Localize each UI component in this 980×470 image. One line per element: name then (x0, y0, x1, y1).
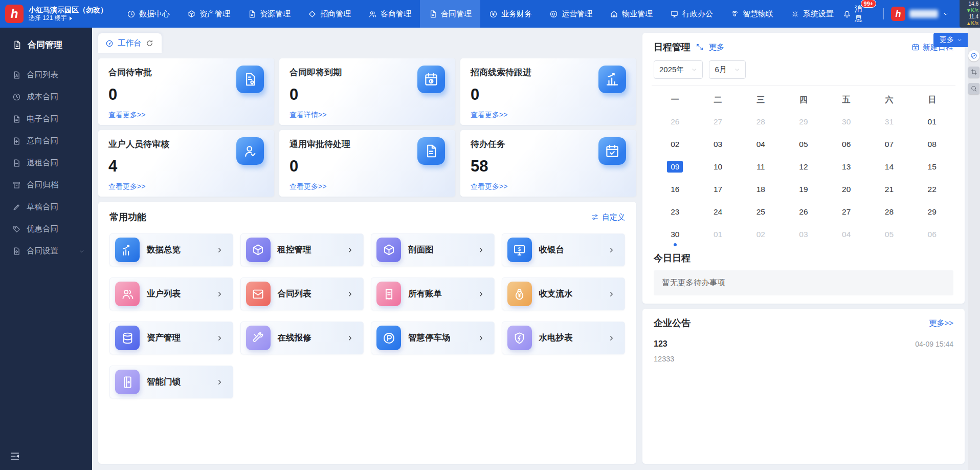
calendar-day-28[interactable]: 28 (868, 201, 911, 223)
calendar-day-12[interactable]: 12 (782, 156, 825, 178)
function-item-业户列表[interactable]: 业户列表 (109, 277, 233, 310)
stat-card-more-link[interactable]: 查看更多>> (108, 111, 145, 120)
search-tool-button[interactable] (968, 83, 979, 94)
sidebar-item-优惠合同[interactable]: 优惠合同 (0, 218, 92, 240)
nav-item-系统设置[interactable]: 系统设置 (782, 0, 842, 28)
sidebar-item-合同归档[interactable]: 合同归档 (0, 174, 92, 196)
calendar-day-18[interactable]: 18 (739, 178, 782, 201)
calendar-day-01[interactable]: 01 (910, 111, 953, 133)
sidebar-collapse-button[interactable] (9, 451, 20, 462)
tab-workbench[interactable]: 工作台 (98, 33, 162, 53)
stat-card-more-link[interactable]: 查看更多>> (471, 182, 507, 191)
sidebar-item-电子合同[interactable]: 电子合同 (0, 108, 92, 130)
nav-item-行政办公[interactable]: 行政办公 (661, 0, 722, 28)
calendar-day-29[interactable]: 29 (910, 201, 953, 223)
calendar-day-01[interactable]: 01 (697, 223, 740, 246)
calendar-day-29[interactable]: 29 (782, 111, 825, 133)
calendar-day-20[interactable]: 20 (825, 178, 868, 201)
pen-icon (12, 203, 21, 211)
calendar-day-05[interactable]: 05 (782, 133, 825, 156)
assistant-button[interactable] (968, 50, 979, 61)
calendar-day-16[interactable]: 16 (654, 178, 697, 201)
expand-icon[interactable] (696, 43, 704, 51)
sidebar-item-合同设置[interactable]: 合同设置 (0, 240, 92, 262)
calendar-day-04[interactable]: 04 (739, 133, 782, 156)
nav-item-资产管理[interactable]: 资产管理 (179, 0, 239, 28)
nav-item-数据中心[interactable]: 数据中心 (118, 0, 179, 28)
calendar-day-23[interactable]: 23 (654, 201, 697, 223)
calendar-day-03[interactable]: 03 (697, 133, 740, 156)
announcement-item[interactable]: 12304-09 15:4412333 (654, 339, 953, 363)
calendar-day-15[interactable]: 15 (910, 156, 953, 178)
year-select[interactable]: 2025年 (654, 60, 703, 79)
calendar-day-26[interactable]: 26 (654, 111, 697, 133)
stat-card-more-link[interactable]: 查看详情>> (289, 111, 326, 120)
nav-item-业务财务[interactable]: 业务财务 (480, 0, 541, 28)
function-item-资产管理[interactable]: 资产管理 (109, 322, 233, 354)
nav-item-合同管理[interactable]: 合同管理 (420, 0, 480, 28)
calendar-day-21[interactable]: 21 (868, 178, 911, 201)
function-item-智能门锁[interactable]: 智能门锁 (109, 366, 233, 398)
calendar-day-08[interactable]: 08 (910, 133, 953, 156)
refresh-icon[interactable] (146, 39, 153, 47)
calendar-day-27[interactable]: 27 (825, 201, 868, 223)
calendar-day-10[interactable]: 10 (697, 156, 740, 178)
function-item-智慧停车场[interactable]: 智慧停车场 (371, 322, 495, 354)
schedule-more-link[interactable]: 更多 (709, 42, 724, 52)
calendar-day-19[interactable]: 19 (782, 178, 825, 201)
nav-item-智慧物联[interactable]: 智慧物联 (722, 0, 782, 28)
stat-card-more-link[interactable]: 查看更多>> (108, 182, 145, 191)
calendar-day-07[interactable]: 07 (868, 133, 911, 156)
function-item-收支流水[interactable]: 收支流水 (502, 277, 626, 310)
calendar-day-22[interactable]: 22 (910, 178, 953, 201)
calendar-day-17[interactable]: 17 (697, 178, 740, 201)
month-select[interactable]: 6月 (709, 60, 745, 79)
building-selector[interactable]: 选择 121 楼宇 (29, 14, 107, 22)
screenshot-button[interactable] (968, 67, 979, 78)
more-button[interactable]: 更多 (933, 33, 968, 47)
calendar-day-28[interactable]: 28 (739, 111, 782, 133)
calendar-day-11[interactable]: 11 (739, 156, 782, 178)
function-item-剖面图[interactable]: 剖面图 (371, 233, 495, 266)
nav-item-物业管理[interactable]: 物业管理 (601, 0, 661, 28)
calendar-day-06[interactable]: 06 (910, 223, 953, 246)
function-item-在线报修[interactable]: 在线报修 (240, 322, 364, 354)
function-item-租控管理[interactable]: 租控管理 (240, 233, 364, 266)
customize-button[interactable]: 自定义 (591, 212, 625, 222)
calendar-day-09[interactable]: 09 (654, 156, 697, 178)
function-item-所有账单[interactable]: 所有账单 (371, 277, 495, 310)
stat-card-more-link[interactable]: 查看更多>> (289, 182, 326, 191)
nav-item-运营管理[interactable]: 运营管理 (541, 0, 601, 28)
calendar-day-31[interactable]: 31 (868, 111, 911, 133)
nav-item-客商管理[interactable]: 客商管理 (360, 0, 420, 28)
calendar-day-02[interactable]: 02 (654, 133, 697, 156)
calendar-day-06[interactable]: 06 (825, 133, 868, 156)
nav-item-资源管理[interactable]: 资源管理 (239, 0, 299, 28)
calendar-day-03[interactable]: 03 (782, 223, 825, 246)
user-menu[interactable]: h (891, 7, 949, 21)
calendar-day-05[interactable]: 05 (868, 223, 911, 246)
function-item-收银台[interactable]: $收银台 (502, 233, 626, 266)
calendar-day-24[interactable]: 24 (697, 201, 740, 223)
sidebar-item-合同列表[interactable]: 合同列表 (0, 64, 92, 86)
calendar-day-02[interactable]: 02 (739, 223, 782, 246)
announcements-more-link[interactable]: 更多>> (929, 318, 953, 328)
function-item-数据总览[interactable]: 数据总览 (109, 233, 233, 266)
sidebar-item-草稿合同[interactable]: 草稿合同 (0, 196, 92, 218)
calendar-day-14[interactable]: 14 (868, 156, 911, 178)
messages-button[interactable]: 消息 99+ (842, 4, 863, 24)
calendar-day-27[interactable]: 27 (697, 111, 740, 133)
sidebar-item-退租合同[interactable]: 退租合同 (0, 152, 92, 174)
stat-card-more-link[interactable]: 查看更多>> (471, 111, 507, 120)
calendar-day-26[interactable]: 26 (782, 201, 825, 223)
calendar-day-04[interactable]: 04 (825, 223, 868, 246)
calendar-day-13[interactable]: 13 (825, 156, 868, 178)
function-item-水电抄表[interactable]: 水电抄表 (502, 322, 626, 354)
calendar-day-25[interactable]: 25 (739, 201, 782, 223)
sidebar-item-成本合同[interactable]: 成本合同 (0, 86, 92, 108)
nav-item-招商管理[interactable]: 招商管理 (299, 0, 360, 28)
function-item-合同列表[interactable]: 合同列表 (240, 277, 364, 310)
calendar-day-30[interactable]: 30 (825, 111, 868, 133)
sidebar-item-意向合同[interactable]: 意向合同 (0, 130, 92, 152)
calendar-day-30[interactable]: 30 (654, 223, 697, 246)
